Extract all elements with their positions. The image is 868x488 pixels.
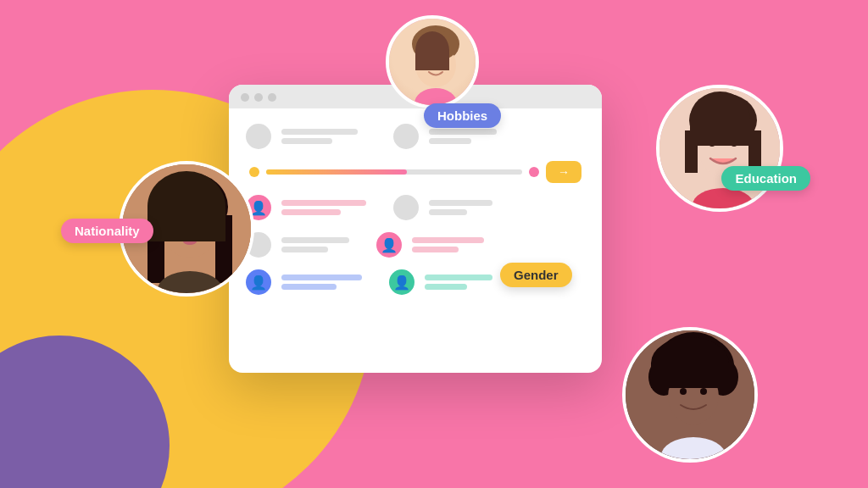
svg-point-12 <box>197 220 203 228</box>
person-avatar-right <box>656 85 783 212</box>
person-avatar-top <box>386 15 479 108</box>
slider-track[interactable] <box>266 169 522 175</box>
line <box>281 200 366 206</box>
slider-dot-end <box>529 167 539 177</box>
line <box>429 129 497 135</box>
lines-group <box>429 200 492 215</box>
user-icon: 👤 <box>393 274 410 291</box>
avatar <box>393 195 419 220</box>
svg-point-31 <box>700 388 707 395</box>
line <box>281 209 341 215</box>
svg-point-30 <box>680 388 687 395</box>
education-label: Education <box>735 171 797 186</box>
gender-label: Gender <box>514 268 559 282</box>
svg-point-14 <box>183 238 197 245</box>
line <box>412 247 459 252</box>
user-icon: 👤 <box>381 237 398 253</box>
svg-rect-9 <box>215 215 232 283</box>
svg-point-11 <box>176 220 183 228</box>
svg-point-13 <box>187 232 192 236</box>
line <box>429 200 492 206</box>
line <box>425 284 467 290</box>
lines-group <box>429 129 497 144</box>
gender-badge: Gender <box>500 263 572 287</box>
avatar <box>393 124 419 149</box>
line <box>281 274 362 280</box>
person-avatar-bottom-right <box>622 327 758 463</box>
line <box>429 209 467 215</box>
browser-dot-1 <box>241 93 249 102</box>
svg-point-17 <box>689 93 757 147</box>
svg-rect-18 <box>685 130 698 173</box>
line <box>281 129 358 135</box>
svg-point-2 <box>426 58 431 64</box>
lines-group <box>412 237 484 252</box>
svg-point-10 <box>163 197 217 258</box>
avatar: 👤 <box>376 232 402 258</box>
line <box>281 138 332 144</box>
lines-group <box>281 237 349 252</box>
line <box>281 237 349 243</box>
browser-window: → 👤 👤 <box>229 85 602 373</box>
lines-group <box>281 274 362 290</box>
browser-dot-2 <box>254 93 263 102</box>
nationality-label: Nationality <box>75 224 140 238</box>
education-badge: Education <box>721 166 810 191</box>
svg-point-29 <box>668 369 719 424</box>
user-icon: 👤 <box>250 274 267 291</box>
line <box>281 284 337 290</box>
svg-point-7 <box>152 173 228 241</box>
nationality-badge: Nationality <box>61 219 153 243</box>
table-row <box>246 124 585 149</box>
slider-row[interactable]: → <box>246 161 585 183</box>
arrow-button[interactable]: → <box>546 161 581 183</box>
svg-point-4 <box>414 30 458 61</box>
line <box>429 138 471 144</box>
avatar: 👤 <box>389 269 415 295</box>
svg-point-28 <box>661 332 726 380</box>
face-illustration-bottom-right <box>626 330 754 459</box>
browser-dot-3 <box>268 93 276 102</box>
svg-point-22 <box>731 140 737 147</box>
avatar <box>246 124 271 149</box>
svg-point-3 <box>440 58 445 64</box>
svg-point-21 <box>709 140 715 147</box>
table-row: 👤 <box>246 232 585 258</box>
lines-group <box>281 129 358 144</box>
face-illustration-top <box>389 19 476 105</box>
svg-point-5 <box>415 88 457 105</box>
slider-fill <box>266 169 407 175</box>
hobbies-badge: Hobbies <box>424 103 501 128</box>
lines-group <box>425 274 492 290</box>
line <box>412 237 484 243</box>
table-row: 👤 <box>246 195 585 220</box>
line <box>425 274 492 280</box>
line <box>281 247 328 252</box>
lines-group <box>281 200 366 215</box>
hobbies-label: Hobbies <box>437 108 487 123</box>
